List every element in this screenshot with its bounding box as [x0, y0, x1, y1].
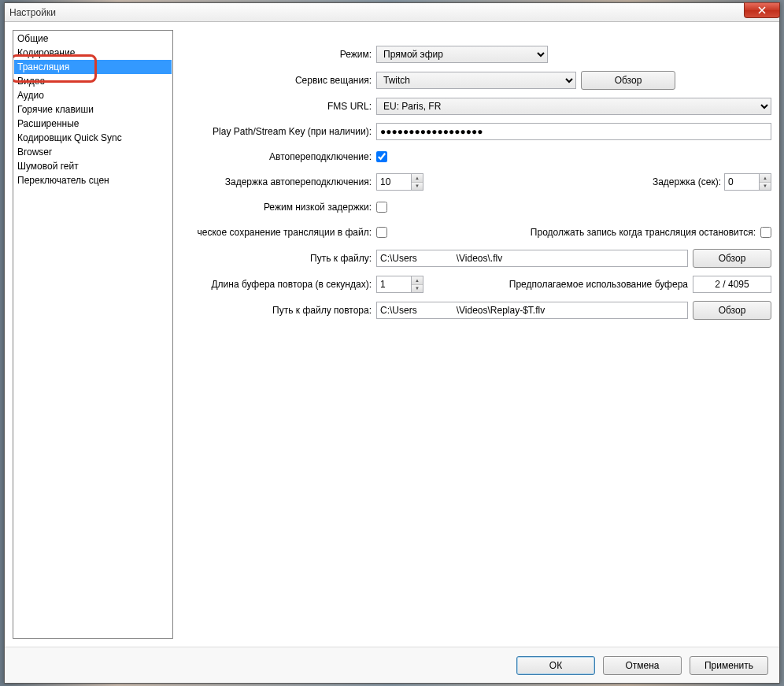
buffer-len-input[interactable]	[376, 276, 411, 293]
buffer-est-label: Предполагаемое использование буфера	[509, 279, 688, 290]
mode-select[interactable]: Прямой эфир	[376, 46, 548, 63]
window-title: Настройки	[9, 7, 56, 18]
save-to-file-checkbox[interactable]	[376, 227, 387, 238]
reconnect-delay-label: Задержка автопереподключения:	[181, 176, 376, 187]
file-path-input[interactable]	[376, 250, 688, 267]
save-to-file-label: ческое сохранение трансляции в файл:	[181, 227, 376, 238]
sidebar-item-browser[interactable]: Browser	[14, 145, 172, 159]
streamkey-label: Play Path/Stream Key (при наличии):	[181, 126, 376, 137]
sidebar: Общие Кодирование Трансляция Видео Аудио…	[13, 30, 173, 639]
file-path-label: Путь к файлу:	[181, 253, 376, 264]
replay-path-label: Путь к файлу повтора:	[181, 305, 376, 316]
continue-record-checkbox[interactable]	[760, 227, 771, 238]
chevron-down-icon[interactable]: ▼	[412, 183, 423, 191]
buffer-est-value: 2 / 4095	[693, 276, 771, 293]
delay-sec-label: Задержка (сек):	[653, 176, 721, 187]
buffer-len-label: Длина буфера повтора (в секундах):	[181, 279, 376, 290]
autoreconnect-label: Автопереподключение:	[181, 151, 376, 162]
sidebar-item-video[interactable]: Видео	[14, 74, 172, 88]
chevron-up-icon[interactable]: ▲	[412, 276, 423, 285]
sidebar-item-hotkeys[interactable]: Горячие клавиши	[14, 102, 172, 117]
cancel-button[interactable]: Отмена	[603, 656, 682, 675]
sidebar-item-general[interactable]: Общие	[14, 32, 172, 46]
reconnect-delay-input[interactable]	[376, 173, 411, 191]
sidebar-item-quicksync[interactable]: Кодировщик Quick Sync	[14, 131, 172, 145]
reconnect-delay-spinner[interactable]: ▲▼	[376, 173, 423, 191]
close-icon	[758, 6, 766, 14]
titlebar: Настройки	[5, 3, 779, 22]
delay-sec-spinner[interactable]: ▲▼	[724, 173, 771, 191]
sidebar-item-sceneswitcher[interactable]: Переключатель сцен	[14, 173, 172, 187]
chevron-down-icon[interactable]: ▼	[760, 183, 771, 191]
low-latency-label: Режим низкой задержки:	[181, 202, 376, 213]
ok-button[interactable]: ОК	[516, 656, 595, 675]
service-browse-button[interactable]: Обзор	[581, 71, 675, 90]
sidebar-item-broadcast[interactable]: Трансляция	[14, 60, 172, 74]
file-path-browse-button[interactable]: Обзор	[693, 249, 771, 268]
sidebar-item-audio[interactable]: Аудио	[14, 88, 172, 102]
mode-label: Режим:	[181, 49, 376, 60]
form-area: Режим: Прямой эфир Сервис вещания: Twitc…	[181, 30, 771, 639]
dialog-body: Общие Кодирование Трансляция Видео Аудио…	[5, 22, 779, 647]
replay-path-input[interactable]	[376, 302, 688, 319]
close-button[interactable]	[744, 2, 780, 18]
settings-window: Настройки Общие Кодирование Трансляция В…	[4, 2, 780, 684]
sidebar-item-encoding[interactable]: Кодирование	[14, 46, 172, 60]
service-select[interactable]: Twitch	[376, 72, 576, 89]
chevron-up-icon[interactable]: ▲	[760, 174, 771, 183]
fms-label: FMS URL:	[181, 101, 376, 112]
buffer-len-spinner[interactable]: ▲▼	[376, 276, 423, 293]
sidebar-item-noisegate[interactable]: Шумовой гейт	[14, 159, 172, 173]
replay-path-browse-button[interactable]: Обзор	[693, 301, 771, 320]
delay-sec-input[interactable]	[724, 173, 759, 191]
spinner-buttons[interactable]: ▲▼	[759, 173, 771, 191]
spinner-buttons[interactable]: ▲▼	[411, 173, 423, 191]
low-latency-checkbox[interactable]	[376, 202, 387, 213]
autoreconnect-checkbox[interactable]	[376, 151, 387, 162]
apply-button[interactable]: Применить	[690, 656, 768, 675]
service-label: Сервис вещания:	[181, 75, 376, 86]
continue-record-label: Продолжать запись когда трансляция остан…	[531, 227, 756, 238]
sidebar-item-advanced[interactable]: Расширенные	[14, 117, 172, 131]
streamkey-input[interactable]	[376, 123, 771, 140]
spinner-buttons[interactable]: ▲▼	[411, 276, 423, 293]
dialog-footer: ОК Отмена Применить	[5, 647, 779, 683]
fms-select[interactable]: EU: Paris, FR	[376, 98, 771, 115]
chevron-up-icon[interactable]: ▲	[412, 174, 423, 183]
chevron-down-icon[interactable]: ▼	[412, 285, 423, 293]
